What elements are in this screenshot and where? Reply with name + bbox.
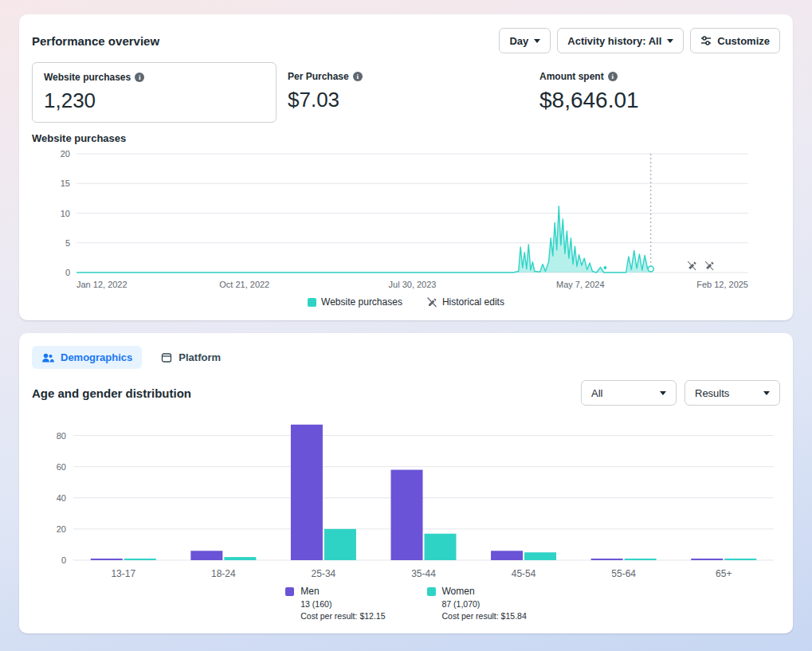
svg-text:Jul 30, 2023: Jul 30, 2023	[389, 280, 437, 289]
section-title: Age and gender distribution	[32, 386, 191, 400]
page-background: Performance overview Day Activity histor…	[0, 0, 812, 651]
svg-text:Feb 12, 2025: Feb 12, 2025	[696, 280, 748, 289]
svg-text:35-44: 35-44	[411, 568, 436, 579]
info-icon[interactable]	[608, 72, 618, 81]
svg-text:25-34: 25-34	[312, 568, 336, 579]
legend-label: Men	[300, 586, 385, 597]
svg-text:60: 60	[57, 462, 66, 472]
legend-cost: Cost per result: $12.15	[300, 611, 385, 621]
metric-value: $8,646.01	[539, 88, 639, 113]
tab-label: Platform	[178, 351, 221, 363]
metric-label: Amount spent	[539, 71, 604, 82]
legend-label: Website purchases	[321, 296, 402, 308]
svg-text:10: 10	[61, 209, 70, 218]
legend-cost: Cost per result: $15.84	[442, 611, 527, 621]
chevron-down-icon	[763, 391, 770, 395]
tab-demographics[interactable]: Demographics	[32, 346, 142, 369]
svg-text:0: 0	[61, 555, 66, 565]
purple-swatch-icon	[285, 587, 294, 596]
teal-swatch-icon	[427, 587, 436, 596]
age-gender-chart[interactable]: 02040608013-1718-2425-3435-4445-5455-646…	[32, 410, 780, 584]
metric-label: Website purchases	[44, 72, 131, 83]
results-dropdown[interactable]: Results	[685, 380, 780, 406]
day-dropdown[interactable]: Day	[499, 28, 551, 53]
legend-men: Men 13 (160) Cost per result: $12.15	[285, 586, 385, 621]
svg-text:55-64: 55-64	[611, 568, 636, 579]
metric-label: Per Purchase	[288, 71, 349, 82]
svg-text:18-24: 18-24	[211, 568, 236, 579]
breakdown-dropdown[interactable]: All	[581, 380, 677, 406]
customize-button[interactable]: Customize	[690, 28, 780, 53]
performance-overview-card: Performance overview Day Activity histor…	[19, 14, 793, 320]
svg-text:13-17: 13-17	[111, 568, 135, 579]
svg-text:Oct 21, 2022: Oct 21, 2022	[219, 280, 269, 289]
performance-card-header: Performance overview Day Activity histor…	[32, 27, 780, 54]
metrics-row: Website purchases 1,230 Per Purchase $7.…	[32, 62, 780, 123]
svg-text:20: 20	[61, 149, 70, 159]
legend-historical-edits: Historical edits	[426, 296, 504, 308]
chevron-down-icon	[667, 39, 673, 43]
demographics-card: Demographics Platform Age and gender dis…	[19, 333, 793, 633]
legend-value: 13 (160)	[300, 599, 385, 609]
info-icon[interactable]	[353, 72, 363, 81]
line-chart-legend: Website purchases Historical edits	[32, 296, 780, 308]
pencil-edit-icon	[426, 296, 437, 308]
metric-amount-spent[interactable]: Amount spent $8,646.01	[528, 62, 650, 123]
metric-label-row: Website purchases	[44, 72, 265, 83]
platform-icon	[161, 352, 172, 363]
customize-label: Customize	[717, 35, 770, 47]
website-purchases-chart[interactable]: 05101520Jan 12, 2022Oct 21, 2022Jul 30, …	[32, 146, 780, 293]
legend-women-text: Women 87 (1,070) Cost per result: $15.84	[442, 586, 527, 621]
activity-history-dropdown[interactable]: Activity history: All	[557, 28, 684, 53]
svg-text:65+: 65+	[716, 568, 732, 579]
legend-value: 87 (1,070)	[442, 599, 527, 609]
legend-label: Women	[442, 586, 527, 597]
filters: All Results	[581, 380, 780, 406]
tab-platform[interactable]: Platform	[151, 346, 230, 369]
teal-swatch-icon	[308, 298, 316, 307]
svg-text:20: 20	[57, 524, 66, 534]
chevron-down-icon	[534, 39, 540, 43]
day-dropdown-label: Day	[509, 35, 528, 47]
legend-men-text: Men 13 (160) Cost per result: $12.15	[300, 586, 385, 621]
line-chart-title: Website purchases	[32, 132, 780, 144]
metric-label-row: Per Purchase	[288, 71, 517, 82]
svg-text:May 7, 2024: May 7, 2024	[556, 280, 605, 289]
svg-text:0: 0	[65, 268, 70, 277]
svg-text:Jan 12, 2022: Jan 12, 2022	[76, 280, 127, 289]
metric-label-row: Amount spent	[539, 71, 639, 82]
svg-text:45-54: 45-54	[512, 568, 536, 579]
results-dropdown-label: Results	[695, 387, 729, 399]
metric-per-purchase[interactable]: Per Purchase $7.03	[277, 62, 528, 123]
metric-value: 1,230	[44, 88, 265, 113]
info-icon[interactable]	[135, 73, 144, 82]
legend-label: Historical edits	[442, 296, 504, 308]
page-title: Performance overview	[32, 34, 159, 48]
breakdown-dropdown-label: All	[591, 387, 602, 399]
header-controls: Day Activity history: All	[499, 28, 780, 53]
tab-label: Demographics	[61, 351, 132, 363]
metric-website-purchases[interactable]: Website purchases 1,230	[32, 62, 277, 123]
activity-history-label: Activity history: All	[567, 35, 661, 47]
bar-chart-legend: Men 13 (160) Cost per result: $12.15 Wom…	[32, 586, 780, 621]
chevron-down-icon	[660, 391, 666, 395]
svg-text:40: 40	[57, 493, 66, 503]
svg-text:5: 5	[65, 238, 70, 248]
legend-women: Women 87 (1,070) Cost per result: $15.84	[427, 586, 527, 621]
svg-text:80: 80	[57, 431, 66, 441]
demographics-header: Age and gender distribution All Results	[32, 380, 780, 406]
people-icon	[41, 352, 54, 363]
svg-text:15: 15	[61, 178, 70, 188]
tabs-row: Demographics Platform	[32, 346, 780, 369]
legend-website-purchases: Website purchases	[308, 296, 402, 308]
customize-sliders-icon	[700, 35, 712, 46]
metric-value: $7.03	[288, 88, 517, 112]
